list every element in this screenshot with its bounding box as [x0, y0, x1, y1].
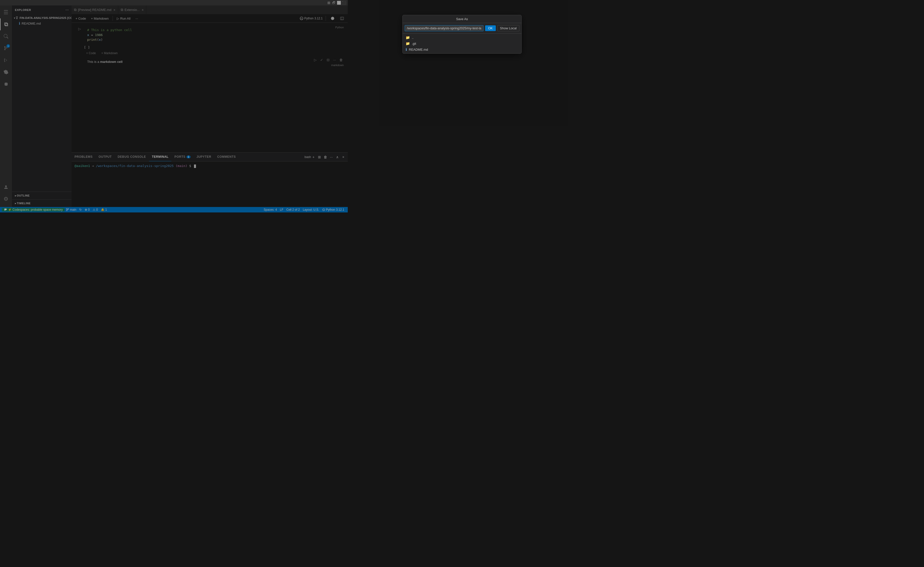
dialog-overlay: Save As OK Show Local 📁 .. 📁 .git ℹ READ… [0, 0, 348, 213]
